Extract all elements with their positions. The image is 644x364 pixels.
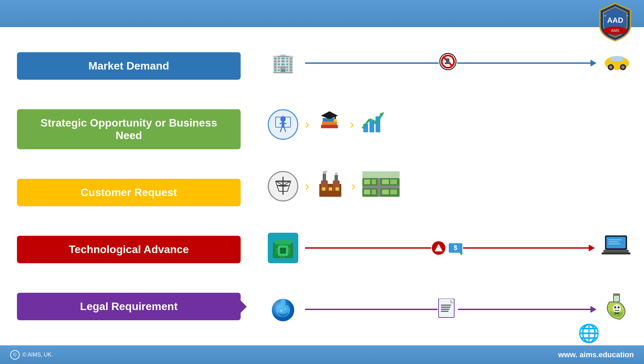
diagram-row-1: 🏢 — [268, 44, 630, 82]
svg-rect-9 — [445, 62, 451, 64]
svg-rect-13 — [611, 56, 623, 61]
svg-rect-76 — [288, 252, 290, 253]
svg-rect-104 — [441, 311, 448, 312]
svg-rect-53 — [329, 187, 332, 191]
car-icon — [603, 49, 630, 77]
svg-point-51 — [335, 172, 338, 175]
land-development-icon — [362, 171, 400, 201]
svg-marker-85 — [460, 253, 463, 255]
customer-request-label: Customer Request — [17, 179, 241, 206]
svg-rect-61 — [390, 179, 397, 184]
svg-rect-87 — [606, 237, 626, 248]
logo-area: AAD AIMS ★ ★ — [597, 2, 637, 42]
svg-rect-58 — [364, 179, 370, 184]
chevron-1-row3: › — [305, 179, 309, 193]
svg-rect-80 — [283, 256, 284, 258]
svg-point-15 — [609, 65, 612, 69]
svg-point-50 — [325, 170, 327, 173]
no-sign-icon — [439, 52, 457, 74]
svg-point-107 — [613, 304, 621, 312]
copyright-text: © AIMS, UK. — [22, 352, 53, 358]
svg-rect-47 — [323, 174, 326, 182]
market-demand-label: Market Demand — [17, 52, 241, 80]
chevron-2-row2: › — [350, 117, 354, 132]
diagram-row-5 — [268, 291, 630, 328]
svg-rect-112 — [613, 293, 620, 296]
svg-rect-60 — [382, 179, 389, 184]
svg-point-108 — [614, 306, 616, 308]
copyright-area: © © AIMS, UK. — [10, 350, 53, 360]
svg-point-97 — [285, 308, 286, 309]
svg-rect-26 — [321, 125, 338, 128]
svg-line-23 — [284, 128, 286, 132]
power-tower-icon — [268, 171, 298, 202]
svg-rect-64 — [382, 190, 389, 194]
factory-icon — [316, 170, 345, 202]
right-panel: 🏢 — [254, 27, 644, 345]
diagram-row-3: › — [268, 168, 630, 205]
left-panel: Market Demand Strategic Opportunity or B… — [0, 27, 254, 345]
svg-rect-78 — [283, 244, 284, 246]
diagram-row-2: › › — [268, 106, 630, 143]
red-arrowhead — [589, 245, 595, 251]
diagram-row-4: $ — [268, 229, 630, 267]
svg-text:$: $ — [454, 244, 457, 251]
bar-chart-icon — [361, 110, 386, 139]
building-icon: 🏢 — [268, 48, 298, 78]
svg-text:★: ★ — [603, 13, 607, 18]
blue-flask-icon — [268, 294, 298, 325]
laptop-icon — [602, 234, 630, 262]
svg-marker-66 — [362, 171, 400, 178]
blue-arrowhead — [590, 60, 597, 66]
svg-rect-62 — [364, 190, 370, 194]
dollar-icon: $ — [448, 241, 463, 255]
svg-line-22 — [280, 128, 282, 132]
svg-rect-63 — [372, 190, 376, 194]
svg-rect-65 — [390, 190, 397, 194]
graduation-books-icon — [316, 110, 343, 140]
svg-rect-101 — [441, 305, 451, 306]
svg-rect-68 — [275, 240, 291, 245]
chevron-2-row3: › — [351, 179, 356, 193]
bottom-footer-bar: © © AIMS, UK. www. aims.education — [0, 345, 644, 364]
strategic-opportunity-label: Strategic Opportunity or Business Need — [17, 109, 241, 149]
svg-point-17 — [621, 65, 625, 69]
top-header-bar — [0, 0, 644, 27]
svg-rect-70 — [280, 248, 286, 254]
svg-rect-75 — [288, 250, 290, 251]
svg-rect-79 — [281, 256, 282, 258]
svg-rect-88 — [603, 250, 629, 252]
svg-text:AAD: AAD — [607, 16, 623, 24]
svg-rect-73 — [276, 252, 278, 253]
svg-rect-57 — [378, 178, 380, 197]
purple-arrowhead — [590, 306, 597, 313]
svg-point-109 — [618, 306, 620, 308]
logo-shield: AAD AIMS ★ ★ — [597, 2, 634, 42]
svg-rect-48 — [335, 175, 338, 182]
presenter-icon — [268, 109, 298, 140]
legal-requirement-label: Legal Requirement — [17, 293, 241, 320]
svg-rect-56 — [362, 186, 400, 188]
svg-rect-103 — [441, 309, 449, 310]
svg-rect-72 — [276, 250, 278, 251]
red-circle-icon — [431, 241, 446, 255]
svg-rect-89 — [602, 252, 630, 254]
svg-rect-59 — [372, 179, 376, 184]
chip-building-icon — [268, 233, 298, 263]
svg-rect-54 — [336, 187, 339, 191]
svg-rect-52 — [322, 187, 325, 191]
document-icon — [438, 299, 458, 320]
svg-text:AIMS: AIMS — [611, 29, 620, 33]
svg-point-96 — [280, 310, 282, 312]
purple-arrow-decoration — [237, 296, 247, 317]
svg-rect-102 — [441, 307, 450, 308]
svg-rect-34 — [369, 120, 374, 132]
website-text: www. aims.education — [558, 350, 634, 359]
chevron-1-row2: › — [305, 117, 309, 132]
poison-flask-icon — [603, 293, 630, 326]
svg-point-31 — [334, 119, 337, 122]
svg-rect-74 — [288, 248, 290, 249]
svg-rect-71 — [276, 248, 278, 249]
globe-decoration-icon: 🌐 — [578, 323, 600, 344]
svg-text:★: ★ — [625, 13, 629, 18]
